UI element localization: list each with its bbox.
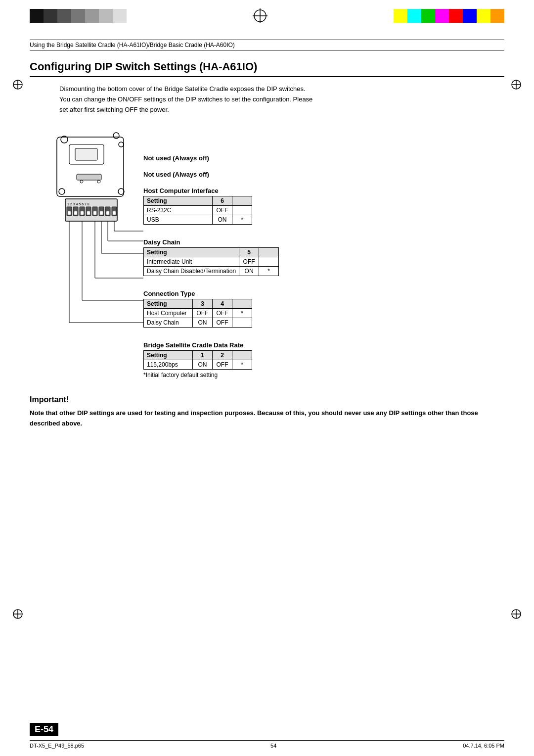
ct-setting-2: Daisy Chain (144, 318, 193, 328)
svg-point-25 (97, 180, 100, 183)
hc-setting-2: USB (144, 215, 213, 225)
dr-val2-1: OFF (213, 360, 232, 370)
svg-rect-41 (100, 211, 103, 215)
reg-mark-right-top (511, 79, 522, 92)
intro-line1: Dismounting the bottom cover of the Brid… (59, 85, 306, 93)
dc-setting-2: Daisy Chain Disabled/Termination (144, 267, 239, 276)
col-asterisk-dr (232, 351, 252, 360)
not-used-label-2: Not used (Always off) (143, 171, 279, 178)
data-rate-section: Bridge Satellite Cradle Data Rate Settin… (143, 341, 279, 378)
factory-default-note: *Initial factory default setting (143, 372, 279, 378)
color-swatch-orange (490, 9, 504, 23)
color-swatch (99, 9, 113, 23)
color-swatch (30, 9, 44, 23)
color-swatch (57, 9, 71, 23)
daisy-chain-section: Daisy Chain Setting 5 Intermediate Unit … (143, 238, 279, 276)
svg-rect-37 (74, 211, 77, 215)
col-4-ct: 4 (213, 299, 232, 309)
daisy-chain-title: Daisy Chain (143, 238, 279, 246)
page-footer: DT-X5_E_P49_58.p65 54 04.7.14, 6:05 PM (30, 740, 504, 749)
page-header: Using the Bridge Satellite Cradle (HA-A6… (30, 40, 504, 50)
dr-asterisk-1: * (232, 360, 252, 370)
connection-type-section: Connection Type Setting 3 4 Host Compute… (143, 290, 279, 328)
col-2-dr: 2 (213, 351, 232, 360)
registration-mark-center (253, 8, 267, 23)
svg-rect-38 (81, 211, 84, 215)
data-rate-table: Setting 1 2 115,200bps ON OFF * (143, 350, 252, 370)
diagram-area: 1 2 3 4 5 6 7 8 (44, 125, 504, 385)
ct-setting-1: Host Computer (144, 309, 193, 318)
col-3-ct: 3 (193, 299, 213, 309)
connection-type-title: Connection Type (143, 290, 279, 297)
dc-asterisk-1 (259, 257, 279, 267)
reg-mark-left-top (12, 79, 23, 92)
intro-line2: You can change the ON/OFF settings of th… (59, 95, 312, 103)
dr-setting-1: 115,200bps (144, 360, 193, 370)
col-setting-dc: Setting (144, 248, 239, 257)
color-swatch-yellow (394, 9, 407, 23)
col-setting-hc: Setting (144, 196, 213, 206)
hc-asterisk-1 (232, 206, 252, 215)
not-used-label-1: Not used (Always off) (143, 154, 279, 162)
svg-rect-36 (68, 211, 71, 215)
dc-val-1: OFF (239, 257, 259, 267)
svg-rect-43 (113, 211, 116, 215)
hc-asterisk-2: * (232, 215, 252, 225)
table-row: USB ON * (144, 215, 252, 225)
table-row: RS-232C OFF (144, 206, 252, 215)
svg-rect-42 (106, 211, 109, 215)
svg-rect-20 (75, 148, 97, 160)
col-asterisk-ct (232, 299, 252, 309)
reg-mark-left-bottom (12, 609, 23, 621)
device-svg: 1 2 3 4 5 6 7 8 (44, 125, 143, 337)
host-computer-table: Setting 6 RS-232C OFF USB (143, 196, 252, 225)
header-text: Using the Bridge Satellite Cradle (HA-A6… (30, 42, 235, 48)
connection-type-table: Setting 3 4 Host Computer OFF OFF * (143, 299, 252, 328)
important-section: Important! Note that other DIP settings … (30, 395, 504, 429)
ct-val4-2: OFF (213, 318, 232, 328)
svg-point-22 (118, 189, 124, 194)
color-swatch-green (421, 9, 435, 23)
color-swatch (71, 9, 85, 23)
table-row: Daisy Chain ON OFF (144, 318, 252, 328)
svg-point-24 (80, 180, 83, 183)
reg-mark-right-bottom (511, 609, 522, 621)
col-asterisk-dc (259, 248, 279, 257)
col-setting-ct: Setting (144, 299, 193, 309)
color-swatch-magenta (435, 9, 449, 23)
col-setting-dr: Setting (144, 351, 193, 360)
dc-asterisk-2: * (259, 267, 279, 276)
page-content: Using the Bridge Satellite Cradle (HA-A6… (30, 40, 504, 716)
color-swatch (44, 9, 57, 23)
intro-line3: set after first switching OFF the power. (59, 106, 169, 113)
svg-point-16 (113, 133, 119, 139)
daisy-chain-table: Setting 5 Intermediate Unit OFF Daisy Ch (143, 247, 279, 276)
ct-val3-1: OFF (193, 309, 213, 318)
ct-asterisk-2 (232, 318, 252, 328)
col-num-dc: 5 (239, 248, 259, 257)
footer-right: 04.7.14, 6:05 PM (463, 743, 504, 749)
device-drawing: 1 2 3 4 5 6 7 8 (44, 125, 143, 339)
col-asterisk-hc (232, 196, 252, 206)
table-row: 115,200bps ON OFF * (144, 360, 252, 370)
host-computer-title: Host Computer Interface (143, 187, 279, 194)
dc-setting-1: Intermediate Unit (144, 257, 239, 267)
footer-left: DT-X5_E_P49_58.p65 (30, 743, 84, 749)
important-text: Note that other DIP settings are used fo… (30, 408, 504, 429)
host-computer-section: Host Computer Interface Setting 6 RS-232… (143, 187, 279, 225)
ct-val4-1: OFF (213, 309, 232, 318)
ct-val3-2: ON (193, 318, 213, 328)
intro-text: Dismounting the bottom cover of the Brid… (59, 84, 504, 115)
table-row: Host Computer OFF OFF * (144, 309, 252, 318)
ct-asterisk-1: * (232, 309, 252, 318)
important-title: Important! (30, 395, 504, 404)
svg-point-21 (59, 189, 65, 194)
tables-wrapper: Not used (Always off) Not used (Always o… (143, 125, 279, 385)
color-swatch (85, 9, 99, 23)
section-title: Configuring DIP Switch Settings (HA-A61I… (30, 60, 504, 77)
color-bar-top (0, 9, 534, 23)
color-swatch (113, 9, 127, 23)
data-rate-title: Bridge Satellite Cradle Data Rate (143, 341, 279, 349)
hc-val-1: OFF (213, 206, 232, 215)
svg-rect-40 (93, 211, 96, 215)
